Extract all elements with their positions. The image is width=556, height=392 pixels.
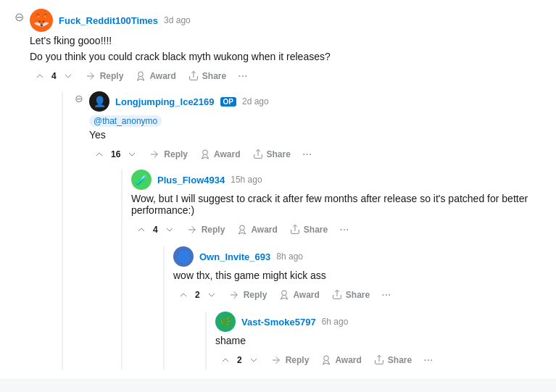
reply1-avatar: 🧪: [131, 170, 152, 190]
reply3-username[interactable]: Vast-Smoke5797: [241, 317, 316, 328]
reply1-downvote[interactable]: [159, 221, 180, 238]
collapse-button[interactable]: ⊖: [12, 9, 27, 25]
award-icon: [135, 70, 146, 82]
award-button[interactable]: Award: [130, 67, 180, 85]
reply3-upvote[interactable]: [215, 351, 236, 369]
award-icon: [199, 149, 211, 160]
reply1-award-button[interactable]: Award: [232, 221, 281, 238]
reply3-header: 🌿 Vast-Smoke5797 6h ago: [215, 312, 544, 332]
reply1-reply-button[interactable]: Reply: [183, 221, 230, 238]
reply3-vote-section: 2: [215, 351, 264, 369]
reply2-share-button[interactable]: Share: [327, 286, 374, 304]
op-vote-section: 16: [89, 146, 142, 163]
avatar: 🦊: [30, 9, 53, 32]
downvote-icon: [248, 354, 260, 366]
op-actions: 16 Reply Award: [89, 145, 544, 164]
share-icon: [188, 70, 199, 82]
reply2-header: 🌀 Own_Invite_693 8h ago: [173, 246, 544, 267]
reply2-vote-count: 2: [195, 290, 200, 300]
svg-point-4: [324, 356, 329, 361]
award-icon: [278, 289, 290, 301]
op-share-button[interactable]: Share: [248, 146, 295, 163]
reply3-award-button[interactable]: Award: [316, 351, 365, 369]
top-comment-content: 🦊 Fuck_Reddit100Times 3d ago Let's fking…: [30, 9, 544, 370]
reply2-username[interactable]: Own_Invite_693: [199, 251, 270, 262]
reply2-vote-section: 2: [173, 286, 222, 304]
reply2-body: wow thx, this game might kick ass: [173, 270, 544, 281]
reply2-comment: 🌀 Own_Invite_693 8h ago wow thx, this ga…: [163, 246, 544, 370]
reply3-vote-count: 2: [237, 355, 242, 365]
reply2-downvote[interactable]: [202, 286, 222, 304]
downvote-icon: [206, 289, 217, 301]
op-downvote[interactable]: [122, 146, 142, 163]
share-button[interactable]: Share: [183, 67, 231, 85]
reply1-username[interactable]: Plus_Flow4934: [157, 175, 225, 185]
reply1-body: Wow, but I will suggest to crack it afte…: [131, 193, 544, 216]
reply1-share-button[interactable]: Share: [285, 221, 332, 238]
svg-point-0: [138, 72, 144, 77]
reply3-actions: 2 Reply: [215, 351, 544, 370]
reply3-comment: 🌿 Vast-Smoke5797 6h ago shame: [205, 312, 544, 370]
reply1-vote-count: 4: [153, 225, 158, 235]
reply1-more-button[interactable]: ···: [335, 220, 353, 239]
op-reply-button[interactable]: Reply: [145, 146, 192, 163]
reply3-reply-button[interactable]: Reply: [267, 351, 314, 369]
at-tag: @that_anonymo: [89, 115, 162, 127]
downvote-icon: [62, 70, 74, 82]
reply1-actions: 4 Reply: [131, 220, 544, 239]
reply3-timestamp: 6h ago: [322, 317, 349, 327]
op-avatar: 👤: [89, 91, 109, 112]
reply3-more-button[interactable]: ···: [419, 351, 437, 370]
downvote-icon: [126, 149, 138, 160]
op-comment-row: ⊖ 👤 Longjumping_Ice2169 OP 2d ago @that_…: [72, 91, 544, 370]
svg-point-1: [203, 150, 208, 155]
comment-header: 🦊 Fuck_Reddit100Times 3d ago: [30, 9, 544, 32]
reply3-share-button[interactable]: Share: [369, 351, 416, 369]
reply-button[interactable]: Reply: [81, 67, 128, 85]
op-upvote[interactable]: [89, 146, 109, 163]
svg-point-2: [240, 225, 245, 230]
svg-point-3: [282, 291, 287, 296]
upvote-icon: [94, 149, 105, 160]
more-options-button[interactable]: ···: [233, 67, 252, 86]
vote-count: 4: [51, 71, 57, 81]
reply-icon: [86, 70, 97, 82]
reply3-downvote[interactable]: [244, 351, 264, 369]
top-comment-row: ⊖ 🦊 Fuck_Reddit100Times 3d ago Let's fki…: [12, 9, 544, 370]
downvote-icon: [164, 224, 175, 235]
reply2-reply-button[interactable]: Reply: [225, 286, 272, 304]
op-username[interactable]: Longjumping_Ice2169: [115, 96, 215, 107]
reply-icon: [149, 149, 161, 160]
comment-thread: ⊖ 🦊 Fuck_Reddit100Times 3d ago Let's fki…: [0, 0, 556, 378]
reply2-actions: 2 Reply: [173, 285, 544, 304]
upvote-icon: [178, 289, 189, 301]
op-content: 👤 Longjumping_Ice2169 OP 2d ago @that_an…: [89, 91, 544, 370]
share-icon: [331, 289, 343, 301]
body-line-2: Do you think you could crack black myth …: [30, 51, 544, 62]
op-collapse-button[interactable]: ⊖: [72, 91, 86, 106]
reply2-upvote[interactable]: [173, 286, 194, 304]
comment-body: Let's fking gooo!!!! Do you think you co…: [30, 35, 544, 62]
op-badge: OP: [220, 97, 236, 107]
username[interactable]: Fuck_Reddit100Times: [59, 15, 158, 26]
reply-icon: [271, 354, 283, 366]
reply1-header: 🧪 Plus_Flow4934 15h ago: [131, 170, 544, 190]
reply-icon: [187, 224, 199, 235]
upvote-icon: [220, 354, 231, 366]
body-line-1: Let's fking gooo!!!!: [30, 35, 544, 46]
nested-op-comment: ⊖ 👤 Longjumping_Ice2169 OP 2d ago @that_…: [62, 91, 544, 370]
comment-actions: 4 Reply Award Share ···: [30, 67, 544, 86]
upvote-button[interactable]: [30, 67, 50, 85]
timestamp: 3d ago: [164, 15, 191, 25]
reply2-timestamp: 8h ago: [276, 251, 303, 262]
reply1-upvote[interactable]: [131, 221, 152, 238]
vote-section: 4: [30, 67, 78, 85]
reply2-award-button[interactable]: Award: [274, 286, 323, 304]
op-more-button[interactable]: ···: [298, 145, 316, 164]
reply2-more-button[interactable]: ···: [377, 285, 395, 304]
downvote-button[interactable]: [58, 67, 78, 85]
op-body: Yes: [89, 129, 544, 141]
op-award-button[interactable]: Award: [195, 146, 244, 163]
upvote-icon: [34, 70, 46, 82]
op-timestamp: 2d ago: [242, 96, 269, 107]
